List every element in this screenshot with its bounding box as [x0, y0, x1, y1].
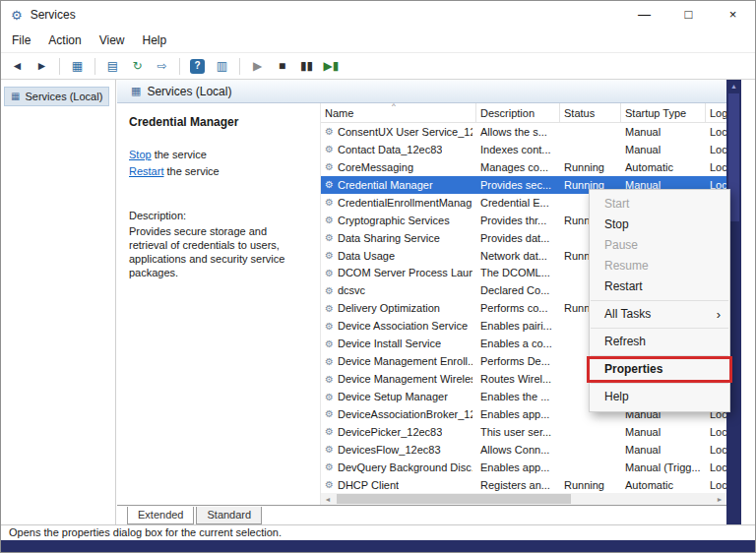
- scroll-up-icon[interactable]: ▲: [726, 80, 741, 93]
- minimize-button[interactable]: —: [622, 1, 666, 29]
- horizontal-scroll-track[interactable]: [335, 493, 713, 505]
- show-console-tree-button[interactable]: ▦: [66, 55, 89, 78]
- context-menu-item-pause[interactable]: Pause: [590, 235, 729, 256]
- panel-header: ▦ Services (Local): [117, 80, 726, 103]
- service-logon-cell: Local: [706, 126, 726, 138]
- view-tabs: ExtendedStandard: [117, 505, 726, 524]
- context-menu-item-properties[interactable]: Properties: [590, 359, 729, 380]
- context-menu-separator: [591, 383, 728, 384]
- service-row[interactable]: ⚙ DevQuery Background Disc... Enables ap…: [321, 459, 726, 476]
- toolbar-separator: [59, 58, 60, 75]
- service-gear-icon: ⚙: [325, 426, 334, 437]
- service-gear-icon: ⚙: [325, 338, 334, 349]
- service-name-cell: ⚙ CoreMessaging: [321, 161, 476, 173]
- service-description-cell: Performs co...: [476, 302, 560, 314]
- service-logon-cell: Local: [706, 161, 726, 173]
- service-gear-icon: ⚙: [325, 321, 334, 332]
- context-menu-item-all-tasks[interactable]: All Tasks ›: [590, 304, 729, 325]
- context-menu-item-start[interactable]: Start: [590, 194, 729, 215]
- tab-standard[interactable]: Standard: [196, 507, 262, 524]
- window-title: Services: [31, 8, 76, 22]
- menu-action[interactable]: Action: [39, 31, 90, 50]
- start-service-button[interactable]: ▶: [246, 55, 269, 78]
- service-name-cell: ⚙ Data Sharing Service: [321, 232, 476, 244]
- refresh-icon: ↻: [132, 60, 142, 72]
- context-menu-separator: [591, 300, 728, 301]
- menu-bar: FileActionViewHelp: [1, 29, 755, 52]
- service-description-cell: Provides dat...: [476, 232, 560, 244]
- service-description-cell: Enables app...: [476, 461, 560, 473]
- service-gear-icon: ⚙: [325, 144, 334, 154]
- service-logon-cell: Local: [706, 479, 726, 491]
- service-description-cell: Routes Wirel...: [476, 373, 560, 385]
- forward-button[interactable]: ►: [31, 55, 53, 78]
- service-name-cell: ⚙ DCOM Server Process Launc...: [321, 267, 476, 278]
- back-icon: ◄: [12, 60, 24, 72]
- selected-service-title: Credential Manager: [129, 115, 310, 129]
- service-description-cell: Enables pairi...: [476, 320, 560, 332]
- context-menu-item-restart[interactable]: Restart: [590, 276, 729, 297]
- service-name-cell: ⚙ Contact Data_12ec83: [321, 144, 476, 155]
- menu-view[interactable]: View: [91, 31, 134, 50]
- right-margin: [741, 80, 755, 524]
- service-logon-cell: Local: [706, 144, 726, 155]
- service-gear-icon: ⚙: [325, 479, 334, 490]
- menu-help[interactable]: Help: [134, 31, 176, 50]
- menu-file[interactable]: File: [3, 31, 39, 50]
- maximize-button[interactable]: □: [666, 1, 711, 29]
- pause-service-icon: ▮▮: [300, 60, 313, 72]
- service-row[interactable]: ⚙ DevicesFlow_12ec83 Allows Conn... Manu…: [321, 441, 726, 459]
- horizontal-scrollbar[interactable]: ◄ ►: [321, 493, 726, 505]
- context-menu-item-help[interactable]: Help: [590, 387, 729, 407]
- restart-service-button[interactable]: ▶▮: [320, 55, 343, 78]
- help-button[interactable]: ?: [186, 55, 209, 78]
- restart-service-link[interactable]: Restart: [129, 165, 163, 177]
- service-name-cell: ⚙ Delivery Optimization: [321, 302, 476, 314]
- refresh-button[interactable]: ↻: [126, 55, 149, 78]
- context-menu-item-resume[interactable]: Resume: [590, 256, 729, 276]
- pause-service-button[interactable]: ▮▮: [295, 55, 318, 78]
- scroll-right-icon[interactable]: ►: [713, 496, 726, 503]
- start-service-icon: ▶: [253, 60, 262, 72]
- column-header-startup-type[interactable]: Startup Type: [621, 103, 706, 122]
- context-menu-item-stop[interactable]: Stop: [590, 215, 729, 235]
- column-header-log-on-as[interactable]: Log O: [706, 103, 726, 122]
- tree-item-label: Services (Local): [25, 91, 102, 102]
- panel-header-label: Services (Local): [147, 85, 231, 98]
- scroll-left-icon[interactable]: ◄: [321, 496, 335, 503]
- service-row[interactable]: ⚙ ConsentUX User Service_12e... Allows t…: [321, 123, 726, 141]
- export-list-button[interactable]: ⇨: [151, 55, 173, 78]
- column-header-status[interactable]: Status: [560, 103, 621, 122]
- service-gear-icon: ⚙: [325, 232, 334, 243]
- service-name-cell: ⚙ dcsvc: [321, 284, 476, 296]
- stop-service-link[interactable]: Stop: [129, 149, 152, 160]
- stop-service-button[interactable]: ■: [271, 55, 293, 78]
- context-menu: Start Stop Pause Resume Restart All Task…: [589, 189, 730, 412]
- service-startup-cell: Manual: [621, 444, 706, 456]
- service-row[interactable]: ⚙ CoreMessaging Manages co... Running Au…: [321, 158, 726, 176]
- service-row[interactable]: ⚙ DevicePicker_12ec83 This user ser... M…: [321, 423, 726, 441]
- close-button[interactable]: ×: [711, 1, 755, 29]
- service-name-cell: ⚙ DeviceAssociationBroker_12...: [321, 408, 476, 420]
- service-name-cell: ⚙ Device Management Wireles...: [321, 373, 476, 385]
- tab-extended[interactable]: Extended: [127, 507, 194, 524]
- properties-button[interactable]: ▤: [101, 55, 124, 78]
- service-description-cell: Performs De...: [476, 355, 560, 367]
- service-row[interactable]: ⚙ Contact Data_12ec83 Indexes cont... Ma…: [321, 141, 726, 158]
- column-header-name[interactable]: ^ Name: [321, 103, 476, 122]
- service-row[interactable]: ⚙ DHCP Client Registers an... Running Au…: [321, 476, 726, 494]
- horizontal-scroll-thumb[interactable]: [337, 494, 571, 504]
- context-menu-item-refresh[interactable]: Refresh: [590, 332, 729, 352]
- back-button[interactable]: ◄: [6, 55, 29, 78]
- service-gear-icon: ⚙: [325, 161, 334, 172]
- service-gear-icon: ⚙: [325, 197, 334, 208]
- extended-detail-pane: Credential Manager Stop the service Rest…: [117, 103, 320, 505]
- service-name-cell: ⚙ ConsentUX User Service_12e...: [321, 126, 476, 138]
- tree-item-services-local[interactable]: ▦ Services (Local): [4, 87, 109, 106]
- extended-view-button[interactable]: ▥: [211, 55, 233, 78]
- services-app-icon: ⚙: [11, 8, 23, 23]
- service-gear-icon: ⚙: [325, 408, 334, 419]
- column-header-description[interactable]: Description: [476, 103, 560, 122]
- service-description-cell: Allows the s...: [476, 126, 560, 138]
- service-description-cell: Network dat...: [476, 250, 560, 262]
